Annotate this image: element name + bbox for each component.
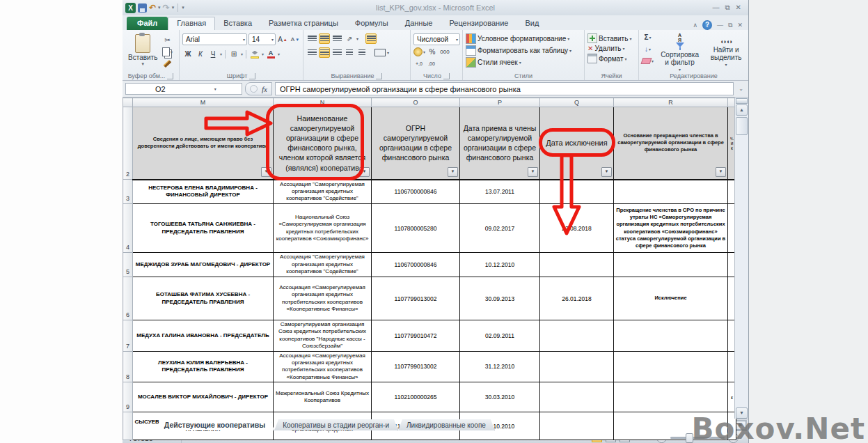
cell-p5[interactable]: 10.12.2010	[460, 253, 540, 277]
fx-icon[interactable]: fx	[262, 85, 267, 93]
insert-cells-button[interactable]: Вставить▾	[587, 33, 636, 43]
cell-r4[interactable]: Прекращение членства в СРО по причине ут…	[614, 204, 728, 253]
conditional-formatting-button[interactable]: Условное форматирование▾	[466, 33, 582, 44]
font-name-combo[interactable]: Arial▾	[182, 33, 247, 45]
row-header-8[interactable]: 8	[123, 351, 133, 382]
align-right-button[interactable]	[331, 47, 342, 58]
cell-r6[interactable]: Исключение	[614, 277, 728, 320]
cell-r3[interactable]	[614, 180, 728, 204]
filter-dropdown-icon[interactable]: ▼	[601, 167, 612, 177]
decrease-decimal-button[interactable]: ,00	[426, 59, 437, 69]
cell-q7[interactable]	[540, 320, 614, 352]
align-center-button[interactable]	[319, 47, 330, 58]
vertical-scrollbar[interactable]: ▲ ▼	[734, 98, 748, 419]
column-header-O[interactable]: O	[372, 98, 460, 107]
comma-style-button[interactable]: 000	[439, 47, 450, 57]
cell-p9[interactable]: 30.03.2010	[460, 382, 540, 412]
column-header-P[interactable]: P	[460, 98, 540, 107]
redo-icon[interactable]: ↷	[163, 3, 170, 13]
underline-button[interactable]: Ч	[207, 49, 219, 59]
formula-input[interactable]: ОГРН саморегулируемой организации в сфер…	[275, 82, 734, 95]
cell-n6[interactable]: Ассоциация «Саморегулируемая организация…	[274, 277, 372, 320]
tab-insert[interactable]: Вставка	[215, 17, 260, 30]
row-header-9[interactable]: 9	[123, 382, 133, 412]
paste-button[interactable]: Вставить▼	[125, 33, 160, 67]
increase-decimal-button[interactable]: +,0	[413, 59, 425, 69]
cell-r5[interactable]	[614, 253, 728, 277]
name-box[interactable]: O2 ▾	[125, 83, 242, 95]
row-header-3[interactable]: 3	[123, 180, 133, 204]
cell-m5[interactable]: МЕДЖИДОВ ЗУРАБ МАГОМЕДОВИЧ - ДИРЕКТОР	[133, 253, 274, 277]
italic-button[interactable]: К	[195, 49, 206, 59]
align-top-button[interactable]	[306, 33, 317, 44]
header-cell-r[interactable]: Основание прекращения членства в саморег…	[614, 107, 728, 180]
alignment-dialog-launcher-icon[interactable]	[376, 73, 382, 79]
split-handle[interactable]	[736, 98, 748, 104]
cut-button[interactable]: ✂	[161, 35, 173, 45]
cell-styles-button[interactable]: Стили ячеек▾	[466, 57, 582, 68]
tab-review[interactable]: Рецензирование	[441, 17, 516, 30]
delete-cells-button[interactable]: ✕ Удалить▾	[587, 45, 636, 52]
cell-m6[interactable]: БОТАШЕВА ФАТИМА ХУСЕЕВНА - ПРЕДСЕДАТЕЛЬ …	[133, 277, 274, 320]
cell-o4[interactable]: 1107800005280	[372, 204, 460, 253]
sheet-tab-reorg[interactable]: Кооперативы в стадии реорган-и	[274, 419, 398, 430]
cell-n8[interactable]: Ассоциация «Саморегулируемая организация…	[274, 351, 372, 382]
cell-q5[interactable]	[540, 253, 614, 277]
header-cell-q[interactable]: Дата исключения▼	[540, 107, 614, 180]
redo-dropdown-icon[interactable]: ▾	[172, 5, 175, 10]
cell-m4[interactable]: ТОГОШЕЕВА ТАТЬЯНА САНЖИЕВНА - ПРЕДСЕДАТЕ…	[133, 204, 274, 253]
cell-o9[interactable]: 1102100000265	[372, 382, 460, 412]
filter-dropdown-icon[interactable]: ▼	[359, 167, 370, 177]
merge-center-button[interactable]	[374, 47, 386, 58]
close-icon[interactable]: ✕	[736, 3, 741, 12]
decrease-indent-button[interactable]	[344, 47, 355, 58]
cell-p7[interactable]: 02.09.2011	[460, 320, 540, 352]
filter-dropdown-icon[interactable]: ▼	[261, 167, 271, 177]
header-cell-m[interactable]: Сведения о лице, имеющем право без довер…	[133, 107, 274, 180]
column-header-N[interactable]: N	[274, 98, 372, 107]
tab-file[interactable]: Файл	[127, 17, 168, 30]
number-dialog-launcher-icon[interactable]	[443, 73, 450, 79]
restore-icon[interactable]: ⧉	[725, 3, 729, 12]
cell-m7[interactable]: МЕДУХА ГАЛИНА ИВАНОВНА - ПРЕДСЕДАТЕЛЬ	[133, 320, 274, 352]
row-header-4[interactable]: 4	[123, 204, 133, 253]
column-header-M[interactable]: M	[133, 98, 274, 107]
cell-o5[interactable]: 1106700000846	[372, 253, 460, 277]
minimize-icon[interactable]: —	[712, 3, 719, 12]
cell-m3[interactable]: НЕСТЕРОВА ЕЛЕНА ВЛАДИМИРОВНА - ФИНАНСОВЫ…	[133, 180, 274, 204]
select-all-corner[interactable]	[123, 98, 133, 107]
cell-q4[interactable]: 23.08.2018	[540, 204, 614, 253]
tab-home[interactable]: Главная	[168, 17, 215, 30]
grow-font-button[interactable]: А▲	[277, 34, 288, 45]
tab-page-layout[interactable]: Разметка страницы	[260, 17, 347, 30]
row-header-7[interactable]: 7	[123, 320, 133, 352]
header-cell-o[interactable]: ОГРН саморегулируемой организации в сфер…	[372, 107, 460, 180]
cell-n7[interactable]: Саморегулируемая организация Союз кредит…	[274, 320, 372, 352]
cell-o8[interactable]: 1107799013002	[372, 351, 460, 382]
cell-q3[interactable]	[540, 180, 614, 204]
cell-n9[interactable]: Межрегиональный Союз Кредитных Кооперати…	[274, 382, 372, 412]
scroll-up-icon[interactable]: ▲	[736, 104, 748, 116]
row-header-5[interactable]: 5	[123, 253, 133, 277]
tab-data[interactable]: Данные	[397, 17, 441, 30]
format-as-table-button[interactable]: Форматировать как таблицу▾	[466, 45, 582, 56]
bold-button[interactable]: Ж	[182, 49, 194, 59]
undo-dropdown-icon[interactable]: ▾	[158, 5, 161, 10]
cell-q6[interactable]: 26.01.2018	[540, 277, 614, 320]
save-icon[interactable]	[138, 3, 147, 13]
column-header-R[interactable]: R	[614, 98, 728, 107]
sort-filter-button[interactable]: АЯ Сортировка и фильтр▾	[656, 32, 703, 72]
orientation-button[interactable]: ⇗	[344, 33, 355, 44]
cell-o3[interactable]: 1106700000846	[372, 180, 460, 204]
number-format-combo[interactable]: Числовой▾	[413, 33, 460, 45]
tab-formulas[interactable]: Формулы	[347, 17, 397, 30]
book-restore-icon[interactable]: ⧉	[728, 22, 732, 29]
book-close-icon[interactable]: ✕	[737, 22, 743, 29]
expand-formula-bar-icon[interactable]: ⌄	[736, 86, 745, 92]
cell-p3[interactable]: 13.07.2011	[460, 180, 540, 204]
align-left-button[interactable]	[306, 47, 317, 58]
sheet-tab-active[interactable]: Действующие кооперативы	[156, 419, 274, 430]
copy-button[interactable]: ▾	[161, 47, 173, 57]
cell-m8[interactable]: ЛЕУХИНА ЮЛИЯ ВАЛЕРЬЕВНА - ПРЕДСЕДАТЕЛЬ П…	[133, 351, 274, 382]
header-cell-p[interactable]: Дата приема в члены саморегулируемой орг…	[460, 107, 540, 180]
